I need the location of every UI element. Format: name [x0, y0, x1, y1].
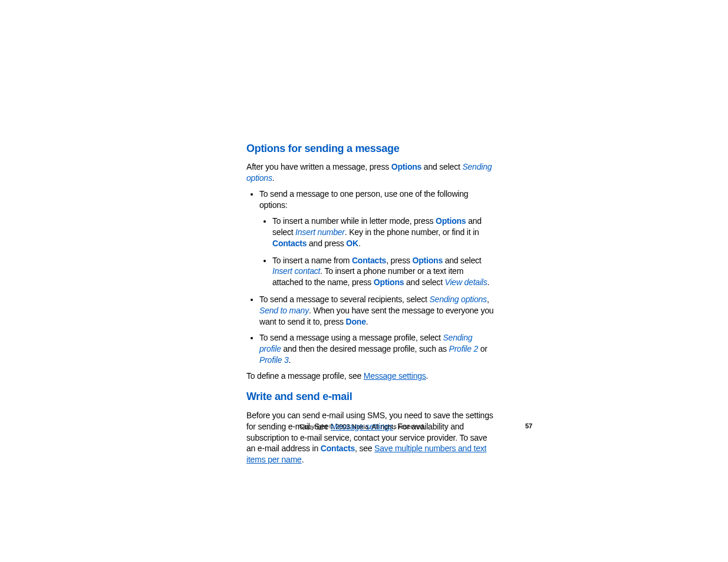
view-details-item: View details [445, 277, 487, 287]
text: To send a message to several recipients,… [259, 295, 429, 304]
insert-contact-item: Insert contact [272, 266, 320, 276]
text: and then the desired message profile, su… [281, 344, 449, 353]
text: and select [404, 277, 444, 287]
contacts-key: Contacts [272, 239, 307, 248]
options-key: Options [374, 277, 404, 287]
list-item: To insert a number while in letter mode,… [272, 216, 494, 249]
text: To insert a name from [272, 256, 352, 265]
list-item: To send a message using a message profil… [259, 332, 494, 366]
text: To send a message to one person, use one… [259, 189, 468, 210]
text: and select [421, 162, 462, 171]
text: . [302, 455, 304, 464]
email-paragraph: Before you can send e-mail using SMS, yo… [246, 410, 494, 465]
text: , press [386, 256, 412, 265]
contacts-key: Contacts [352, 256, 386, 265]
send-to-many-item: Send to many [259, 306, 309, 315]
options-key: Options [413, 256, 443, 265]
text: . [272, 173, 275, 183]
profile-3-item: Profile 3 [259, 355, 289, 365]
list-item: To send a message to several recipients,… [259, 294, 494, 328]
text: and select [443, 256, 482, 265]
insert-number-item: Insert number [295, 227, 345, 237]
contacts-key: Contacts [321, 444, 355, 453]
message-settings-link[interactable]: Message settings [364, 371, 426, 381]
text: . [358, 239, 361, 248]
intro-paragraph: After you have written a message, press … [246, 161, 494, 184]
heading-options-sending: Options for sending a message [246, 141, 494, 156]
profile-link-paragraph: To define a message profile, see Message… [246, 371, 494, 382]
done-key: Done [346, 317, 366, 326]
options-key: Options [436, 216, 466, 226]
list-item: To insert a name from Contacts, press Op… [272, 255, 494, 289]
copyright-footer: Copyright © 2003 Nokia. All rights reser… [299, 422, 426, 431]
text: or [478, 344, 487, 353]
heading-write-send-email: Write and send e-mail [246, 389, 494, 404]
text: . [366, 317, 368, 326]
list-item: To send a message to one person, use one… [259, 189, 494, 288]
text: . [487, 277, 490, 287]
text: To send a message using a message profil… [259, 333, 443, 342]
options-key: Options [391, 162, 421, 171]
page-number: 57 [525, 422, 532, 431]
text: , see [355, 444, 374, 453]
text: . [289, 355, 291, 365]
text: To define a message profile, see [246, 371, 364, 381]
sending-options-item: Sending options [429, 295, 486, 304]
ok-key: OK [346, 239, 358, 248]
text: . Key in the phone number, or find it in [345, 227, 479, 237]
text: To insert a number while in letter mode,… [272, 216, 436, 226]
profile-2-item: Profile 2 [449, 344, 479, 353]
text: and press [307, 239, 346, 248]
text: . [426, 371, 429, 381]
text: After you have written a message, press [246, 162, 391, 171]
nested-list: To insert a number while in letter mode,… [259, 216, 494, 288]
bullet-list: To send a message to one person, use one… [246, 189, 494, 365]
text: , [487, 295, 489, 304]
